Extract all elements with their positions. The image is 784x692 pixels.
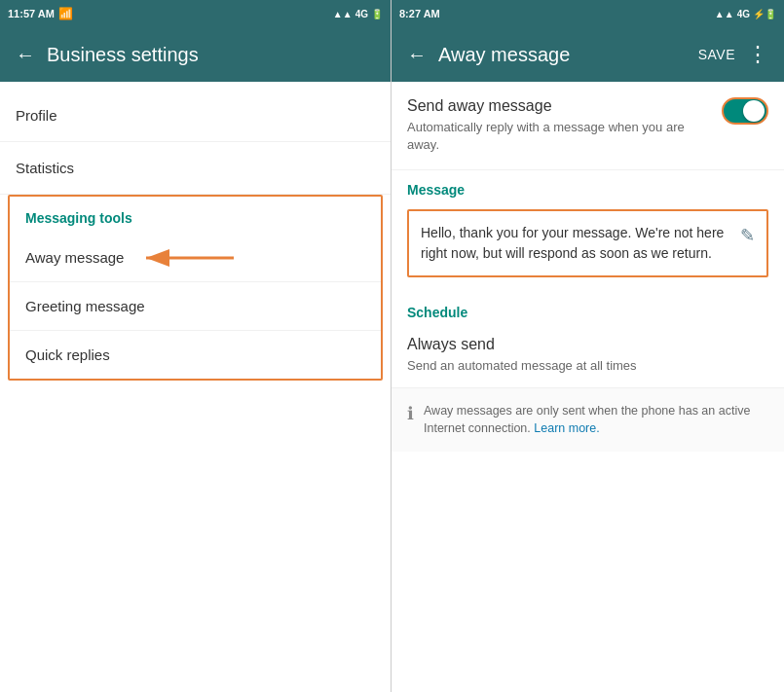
- right-4g-label: 4G: [737, 9, 750, 19]
- right-time: 8:27 AM: [399, 8, 440, 19]
- info-note: ℹ Away messages are only sent when the p…: [392, 388, 784, 453]
- right-toolbar-title: Away message: [438, 44, 687, 66]
- send-away-toggle[interactable]: [722, 97, 768, 125]
- right-signal-icon: ▲▲: [715, 9, 734, 19]
- message-box[interactable]: Hello, thank you for your message. We're…: [407, 209, 768, 277]
- toggle-knob: [743, 100, 765, 122]
- right-status-bar-right: ▲▲ 4G ⚡🔋: [715, 9, 776, 19]
- right-panel: 8:27 AM ▲▲ 4G ⚡🔋 ← Away message SAVE ⋮ S…: [392, 0, 784, 692]
- message-text: Hello, thank you for your message. We're…: [421, 223, 732, 264]
- edit-message-icon[interactable]: ✎: [740, 225, 755, 246]
- sidebar-item-profile[interactable]: Profile: [0, 90, 391, 142]
- left-status-bar-left: 11:57 AM 📶: [8, 7, 73, 20]
- left-status-bar: 11:57 AM 📶 ▲▲ 4G 🔋: [0, 0, 391, 27]
- arrow-annotation: [136, 240, 243, 275]
- send-away-subtitle: Automatically reply with a message when …: [407, 119, 710, 154]
- sidebar-item-away-message[interactable]: Away message: [10, 234, 381, 282]
- right-toolbar: ← Away message SAVE ⋮: [392, 27, 784, 82]
- schedule-section: Always send Send an automated message at…: [392, 324, 784, 387]
- left-toolbar-title: Business settings: [47, 44, 375, 66]
- messaging-tools-group: Messaging tools Away message Greeting m: [8, 195, 383, 381]
- sidebar-item-greeting-message[interactable]: Greeting message: [10, 282, 381, 331]
- send-away-row: Send away message Automatically reply wi…: [407, 97, 768, 154]
- left-menu: Profile Statistics Messaging tools Away …: [0, 82, 391, 388]
- left-status-bar-right: ▲▲ 4G 🔋: [333, 9, 383, 19]
- left-toolbar: ← Business settings: [0, 27, 391, 82]
- left-signal-icon: 📶: [58, 7, 73, 20]
- left-panel: 11:57 AM 📶 ▲▲ 4G 🔋 ← Business settings P…: [0, 0, 392, 692]
- right-status-bar: 8:27 AM ▲▲ 4G ⚡🔋: [392, 0, 784, 27]
- info-text: Away messages are only sent when the pho…: [424, 402, 768, 439]
- left-battery-icon: 🔋: [371, 9, 383, 19]
- send-away-section: Send away message Automatically reply wi…: [392, 82, 784, 170]
- schedule-title: Always send: [407, 336, 768, 353]
- info-icon: ℹ: [407, 403, 414, 424]
- sidebar-item-quick-replies[interactable]: Quick replies: [10, 331, 381, 379]
- send-away-toggle-container[interactable]: [722, 97, 768, 125]
- schedule-subtitle: Send an automated message at all times: [407, 357, 768, 375]
- messaging-tools-header: Messaging tools: [10, 197, 381, 234]
- send-away-title: Send away message: [407, 97, 710, 115]
- right-status-bar-left: 8:27 AM: [399, 8, 440, 19]
- left-time: 11:57 AM: [8, 8, 55, 19]
- left-back-button[interactable]: ←: [16, 44, 35, 66]
- left-wifi-icon: ▲▲: [333, 9, 353, 19]
- sidebar-item-statistics[interactable]: Statistics: [0, 142, 391, 195]
- learn-more-link[interactable]: Learn more.: [534, 421, 599, 435]
- right-battery-icon: ⚡🔋: [753, 9, 776, 19]
- right-back-button[interactable]: ←: [407, 44, 427, 66]
- more-options-button[interactable]: ⋮: [747, 42, 768, 67]
- schedule-section-label: Schedule: [392, 293, 784, 324]
- left-4g-label: 4G: [355, 9, 368, 19]
- message-section-label: Message: [392, 170, 784, 201]
- send-away-info: Send away message Automatically reply wi…: [407, 97, 710, 154]
- save-button[interactable]: SAVE: [698, 47, 735, 62]
